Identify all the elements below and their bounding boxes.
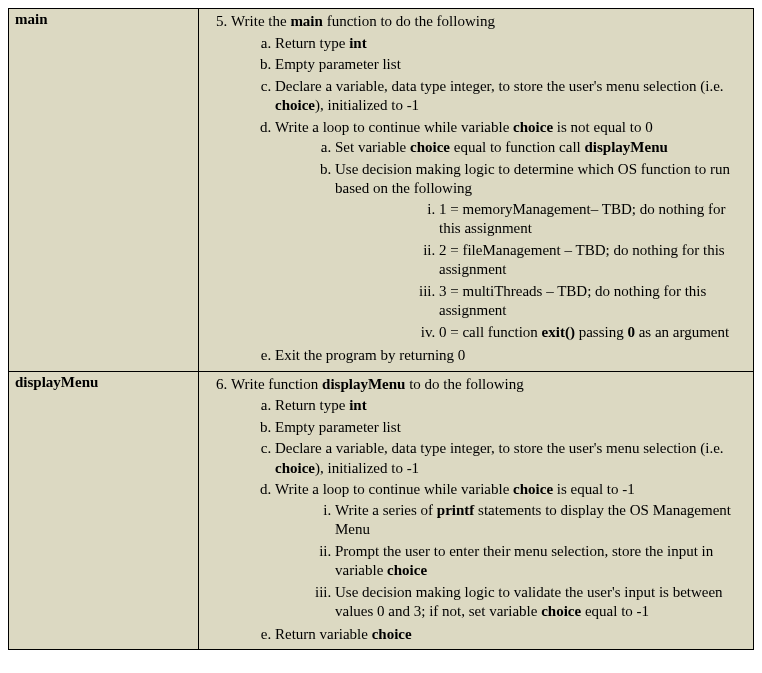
numbered-list: Write function displayMenu to do the fol… [205,374,747,396]
row-label: displayMenu [9,371,199,650]
numbered-list: Write the main function to do the follow… [205,11,747,33]
alpha-sublist: Set variable choice equal to function ca… [275,137,747,344]
bold-term: displayMenu [322,376,405,392]
bold-term: 0 [627,324,635,340]
bold-term: main [290,13,323,29]
bold-term: choice [541,603,581,619]
list-item: 0 = call function exit() passing 0 as an… [439,322,747,344]
alpha-list: Return type intEmpty parameter listDecla… [205,395,747,645]
table-row: mainWrite the main function to do the fo… [9,9,754,372]
list-item: Write function displayMenu to do the fol… [231,374,747,396]
table-row: displayMenuWrite function displayMenu to… [9,371,754,650]
list-item: Use decision making logic to determine w… [335,159,747,345]
bold-term: choice [275,460,315,476]
roman-sublist: 1 = memoryManagement– TBD; do nothing fo… [335,199,747,344]
list-item: Write the main function to do the follow… [231,11,747,33]
bold-term: choice [275,97,315,113]
list-item: Write a loop to continue while variable … [275,117,747,346]
list-item: Return type int [275,33,747,55]
list-item: Use decision making logic to validate th… [335,582,747,623]
list-item: Return variable choice [275,624,747,646]
row-label: main [9,9,199,372]
bold-term: int [349,397,367,413]
list-item: 1 = memoryManagement– TBD; do nothing fo… [439,199,747,240]
roman-sublist: Write a series of printf statements to d… [275,500,747,623]
alpha-list: Return type intEmpty parameter listDecla… [205,33,747,367]
list-item: Write a series of printf statements to d… [335,500,747,541]
bold-term: exit() [542,324,575,340]
list-item: Exit the program by returning 0 [275,345,747,367]
bold-term: choice [513,481,553,497]
list-item: 3 = multiThreads – TBD; do nothing for t… [439,281,747,322]
bold-term: choice [387,562,427,578]
row-content: Write the main function to do the follow… [199,9,754,372]
bold-term: printf [437,502,475,518]
bold-term: choice [372,626,412,642]
list-item: 2 = fileManagement – TBD; do nothing for… [439,240,747,281]
list-item: Empty parameter list [275,54,747,76]
list-item: Write a loop to continue while variable … [275,479,747,624]
bold-term: choice [513,119,553,135]
spec-table: mainWrite the main function to do the fo… [8,8,754,650]
list-item: Declare a variable, data type integer, t… [275,438,747,479]
list-item: Declare a variable, data type integer, t… [275,76,747,117]
list-item: Prompt the user to enter their menu sele… [335,541,747,582]
bold-term: int [349,35,367,51]
row-content: Write function displayMenu to do the fol… [199,371,754,650]
list-item: Empty parameter list [275,417,747,439]
list-item: Return type int [275,395,747,417]
bold-term: displayMenu [585,139,668,155]
list-item: Set variable choice equal to function ca… [335,137,747,159]
bold-term: choice [410,139,450,155]
